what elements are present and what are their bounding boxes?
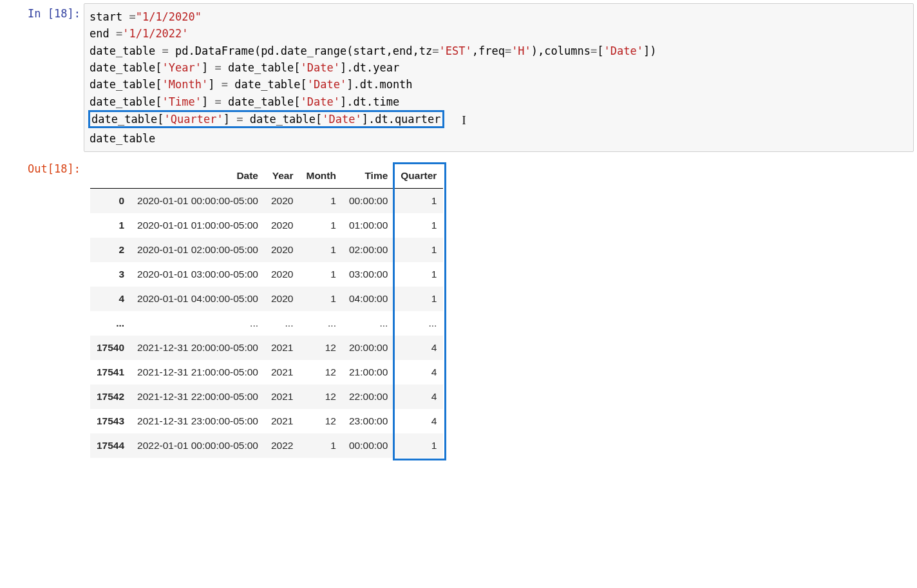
cell: 21:00:00	[343, 360, 394, 384]
col-header-time: Time	[343, 164, 394, 189]
col-header-month: Month	[299, 164, 342, 189]
cell: 2021-12-31 23:00:00-05:00	[131, 409, 265, 433]
cell: 2020	[265, 213, 299, 238]
out-prompt: Out[18]:	[0, 158, 84, 179]
cell: 22:00:00	[343, 384, 394, 409]
table-body: 02020-01-01 00:00:00-05:002020100:00:001…	[90, 189, 443, 459]
table-row: 02020-01-01 00:00:00-05:002020100:00:001	[90, 189, 443, 214]
cell: 04:00:00	[343, 287, 394, 311]
col-header-date: Date	[131, 164, 265, 189]
in-prompt: In [18]:	[0, 3, 84, 24]
table-header-row: DateYearMonthTimeQuarter	[90, 164, 443, 189]
code-line-7-highlight: date_table['Quarter'] = date_table['Date…	[90, 113, 466, 126]
cell: 1	[299, 433, 342, 458]
code-input-area[interactable]: start ="1/1/2020" end ='1/1/2022' date_t…	[84, 3, 914, 152]
cell: 2020	[265, 287, 299, 311]
table-row: 42020-01-01 04:00:00-05:002020104:00:001	[90, 287, 443, 311]
cell: 2020-01-01 03:00:00-05:00	[131, 262, 265, 287]
cell: 00:00:00	[343, 189, 394, 214]
code-block[interactable]: start ="1/1/2020" end ='1/1/2022' date_t…	[90, 8, 908, 147]
cell: 1	[394, 238, 443, 262]
cell: ...	[299, 311, 342, 336]
dataframe-table: DateYearMonthTimeQuarter 02020-01-01 00:…	[90, 164, 443, 458]
row-index: 0	[90, 189, 131, 214]
row-index: 3	[90, 262, 131, 287]
cell: 4	[394, 336, 443, 360]
input-cell: In [18]: start ="1/1/2020" end ='1/1/202…	[0, 0, 917, 155]
row-index: 17542	[90, 384, 131, 409]
code-line-1: start ="1/1/2020"	[90, 10, 202, 23]
table-row: 32020-01-01 03:00:00-05:002020103:00:001	[90, 262, 443, 287]
code-line-5: date_table['Month'] = date_table['Date']…	[90, 78, 413, 91]
text-cursor-icon: I	[462, 112, 466, 130]
cell: 2021-12-31 20:00:00-05:00	[131, 336, 265, 360]
code-line-3: date_table = pd.DataFrame(pd.date_range(…	[90, 44, 656, 57]
code-line-2: end ='1/1/2022'	[90, 27, 189, 40]
cell: 1	[299, 213, 342, 238]
code-line-6: date_table['Time'] = date_table['Date'].…	[90, 95, 399, 108]
table-row: 175422021-12-31 22:00:00-05:0020211222:0…	[90, 384, 443, 409]
col-header-quarter: Quarter	[394, 164, 443, 189]
cell: 1	[299, 238, 342, 262]
row-index: 1	[90, 213, 131, 238]
cell: 02:00:00	[343, 238, 394, 262]
cell: 2021-12-31 21:00:00-05:00	[131, 360, 265, 384]
cell: 12	[299, 360, 342, 384]
cell: 2020-01-01 01:00:00-05:00	[131, 213, 265, 238]
table-row: 175432021-12-31 23:00:00-05:0020211223:0…	[90, 409, 443, 433]
cell: 2021	[265, 409, 299, 433]
table-row: 12020-01-01 01:00:00-05:002020101:00:001	[90, 213, 443, 238]
cell: 2021	[265, 360, 299, 384]
cell: 1	[299, 189, 342, 214]
cell: ...	[131, 311, 265, 336]
cell: 1	[394, 213, 443, 238]
cell: 01:00:00	[343, 213, 394, 238]
cell: 2020	[265, 262, 299, 287]
row-index: 2	[90, 238, 131, 262]
cell: 20:00:00	[343, 336, 394, 360]
cell: 12	[299, 384, 342, 409]
row-index: 17540	[90, 336, 131, 360]
cell: 1	[299, 262, 342, 287]
row-index: 17541	[90, 360, 131, 384]
cell: 03:00:00	[343, 262, 394, 287]
cell: 1	[394, 287, 443, 311]
dataframe-wrap: DateYearMonthTimeQuarter 02020-01-01 00:…	[90, 164, 443, 458]
cell: ...	[343, 311, 394, 336]
cell: 2022-01-01 00:00:00-05:00	[131, 433, 265, 458]
cell: 2020	[265, 189, 299, 214]
output-cell: Out[18]: DateYearMonthTimeQuarter 02020-…	[0, 155, 917, 463]
cell: 1	[299, 287, 342, 311]
cell: 2020-01-01 02:00:00-05:00	[131, 238, 265, 262]
row-index: 17543	[90, 409, 131, 433]
code-line-4: date_table['Year'] = date_table['Date'].…	[90, 61, 399, 74]
cell: 4	[394, 360, 443, 384]
cell: ...	[265, 311, 299, 336]
table-row: ..................	[90, 311, 443, 336]
cell: 2021	[265, 336, 299, 360]
cell: 2021-12-31 22:00:00-05:00	[131, 384, 265, 409]
table-row: 175442022-01-01 00:00:00-05:002022100:00…	[90, 433, 443, 458]
cell: 2020-01-01 00:00:00-05:00	[131, 189, 265, 214]
cell: 12	[299, 409, 342, 433]
cell: 1	[394, 262, 443, 287]
table-row: 175402021-12-31 20:00:00-05:0020211220:0…	[90, 336, 443, 360]
table-row: 175412021-12-31 21:00:00-05:0020211221:0…	[90, 360, 443, 384]
cell: 1	[394, 189, 443, 214]
cell: 2020	[265, 238, 299, 262]
output-area: DateYearMonthTimeQuarter 02020-01-01 00:…	[84, 158, 914, 460]
row-index: 17544	[90, 433, 131, 458]
cell: ...	[394, 311, 443, 336]
table-row: 22020-01-01 02:00:00-05:002020102:00:001	[90, 238, 443, 262]
cell: 23:00:00	[343, 409, 394, 433]
cell: 1	[394, 433, 443, 458]
col-header-year: Year	[265, 164, 299, 189]
cell: 4	[394, 384, 443, 409]
cell: 4	[394, 409, 443, 433]
cell: 00:00:00	[343, 433, 394, 458]
index-header	[90, 164, 131, 189]
code-line-8: date_table	[90, 132, 155, 145]
cell: 2021	[265, 384, 299, 409]
row-index: ...	[90, 311, 131, 336]
cell: 2020-01-01 04:00:00-05:00	[131, 287, 265, 311]
